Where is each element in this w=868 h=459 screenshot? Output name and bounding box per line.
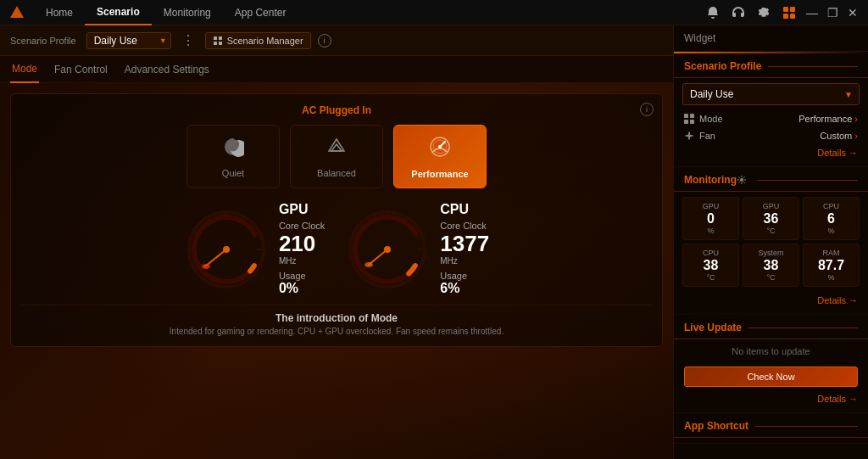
scenario-profile-select[interactable]: Daily Use bbox=[682, 83, 860, 105]
cpu-title: CPU bbox=[440, 202, 489, 217]
monitoring-section: Monitoring GPU 0 % GPU 36 °C C bbox=[674, 167, 868, 315]
gpu-usage-value: 0% bbox=[279, 281, 325, 296]
tab-advanced-settings[interactable]: Advanced Settings bbox=[123, 56, 211, 83]
profile-label: Scenario Profile bbox=[10, 36, 76, 46]
svg-rect-47 bbox=[690, 114, 694, 118]
tab-fan-control[interactable]: Fan Control bbox=[53, 56, 109, 83]
more-options-button[interactable]: ⋮ bbox=[178, 32, 198, 48]
gauges-section: GPU Core Clock 210 MHz Usage 0% bbox=[21, 202, 652, 296]
panel-info-icon[interactable]: i bbox=[640, 103, 654, 116]
close-button[interactable]: ✕ bbox=[846, 6, 860, 20]
svg-point-45 bbox=[364, 262, 373, 267]
gpu-usage-label: Usage bbox=[279, 271, 325, 281]
scenario-profile-select-wrapper: Daily Use ▼ bbox=[674, 78, 868, 110]
scenario-profile-section: Scenario Profile Daily Use ▼ Mode Perfor… bbox=[674, 53, 868, 167]
scenario-manager-icon bbox=[213, 36, 223, 46]
monitoring-details[interactable]: Details → bbox=[674, 292, 868, 309]
mode-card-balanced[interactable]: Balanced bbox=[290, 125, 383, 188]
live-update-section: Live Update No items to update Check Now… bbox=[674, 315, 868, 413]
mon-cell-cpu-temp-value: 38 bbox=[704, 257, 719, 273]
mode-desc-title: The introduction of Mode bbox=[21, 312, 652, 324]
cpu-info: CPU Core Clock 1377 MHz Usage 6% bbox=[440, 202, 489, 296]
info-icon[interactable]: i bbox=[318, 34, 331, 48]
svg-rect-4 bbox=[214, 36, 217, 40]
cpu-clock-unit: MHz bbox=[440, 256, 489, 266]
svg-rect-7 bbox=[219, 42, 222, 45]
tab-monitoring[interactable]: Monitoring bbox=[152, 0, 223, 25]
cpu-clock-value: 1377 bbox=[440, 232, 489, 255]
scenario-profile-title: Scenario Profile bbox=[674, 53, 868, 78]
headset-icon[interactable] bbox=[729, 3, 748, 22]
tab-scenario[interactable]: Scenario bbox=[85, 0, 152, 25]
monitoring-title: Monitoring bbox=[674, 167, 868, 192]
svg-rect-3 bbox=[790, 14, 795, 19]
layout-icon[interactable] bbox=[780, 3, 798, 22]
mon-cell-gpu-temp-value: 36 bbox=[764, 210, 779, 227]
svg-rect-48 bbox=[684, 120, 688, 124]
mode-row-value: Performance › bbox=[798, 114, 858, 124]
right-panel: Widget Scenario Profile Daily Use ▼ Mode… bbox=[673, 25, 868, 459]
cpu-usage-value: 6% bbox=[440, 281, 489, 296]
mon-cell-gpu-usage: GPU 0 % bbox=[682, 197, 739, 240]
svg-rect-1 bbox=[790, 7, 795, 12]
app-shortcut-section: App Shortcut bbox=[674, 413, 868, 444]
live-update-content: No items to update bbox=[674, 339, 868, 363]
tab-home[interactable]: Home bbox=[34, 0, 85, 25]
mode-card-performance[interactable]: Performance bbox=[393, 125, 487, 188]
mon-cell-ram-unit: % bbox=[827, 273, 834, 282]
mon-cell-cpu-usage-unit: % bbox=[827, 227, 834, 235]
fan-row-value: Custom › bbox=[820, 131, 858, 141]
nav-tabs: Home Scenario Monitoring App Center bbox=[34, 0, 298, 25]
tab-app-center[interactable]: App Center bbox=[223, 0, 298, 25]
ac-plugged-label: AC Plugged In bbox=[21, 104, 652, 116]
mon-cell-cpu-temp-label: CPU bbox=[703, 249, 719, 257]
tab-mode[interactable]: Mode bbox=[10, 56, 39, 83]
mode-row-icon bbox=[684, 114, 694, 124]
svg-line-26 bbox=[205, 249, 226, 266]
check-now-button[interactable]: Check Now bbox=[684, 367, 858, 387]
mon-cell-cpu-usage-label: CPU bbox=[823, 202, 839, 210]
cpu-usage-label: Usage bbox=[440, 271, 489, 281]
scenario-details[interactable]: Details → bbox=[674, 144, 868, 161]
widget-header: Widget bbox=[674, 25, 868, 52]
minimize-button[interactable]: — bbox=[805, 6, 819, 20]
performance-icon bbox=[428, 135, 452, 164]
mon-cell-gpu-usage-unit: % bbox=[707, 227, 714, 235]
mon-cell-cpu-usage: CPU 6 % bbox=[803, 197, 860, 240]
mon-cell-sys-temp-label: System bbox=[758, 249, 783, 257]
gpu-gauge-group: GPU Core Clock 210 MHz Usage 0% bbox=[184, 202, 325, 296]
mode-card-quiet[interactable]: Quiet bbox=[186, 125, 280, 188]
gpu-clock-value: 210 bbox=[279, 232, 325, 255]
mon-cell-ram: RAM 87.7 % bbox=[803, 243, 860, 287]
main-layout: Scenario Profile Daily Use ▼ ⋮ Scenario … bbox=[0, 25, 868, 459]
gpu-clock-label: Core Clock bbox=[279, 221, 325, 231]
svg-point-27 bbox=[223, 246, 230, 253]
performance-label: Performance bbox=[411, 169, 468, 179]
svg-rect-6 bbox=[214, 42, 217, 45]
mon-cell-gpu-usage-label: GPU bbox=[703, 202, 720, 210]
profile-select-wrapper: Daily Use ▼ bbox=[86, 32, 171, 49]
cpu-clock-label: Core Clock bbox=[440, 221, 489, 231]
live-update-title: Live Update bbox=[674, 315, 868, 339]
svg-rect-0 bbox=[783, 7, 788, 12]
scenario-manager-button[interactable]: Scenario Manager bbox=[205, 32, 311, 49]
toolbar: Scenario Profile Daily Use ▼ ⋮ Scenario … bbox=[0, 25, 673, 56]
mon-cell-cpu-usage-value: 6 bbox=[827, 210, 835, 227]
mon-cell-cpu-temp: CPU 38 °C bbox=[682, 243, 739, 287]
mode-row-label: Mode bbox=[684, 114, 723, 124]
mon-cell-ram-label: RAM bbox=[823, 249, 840, 257]
app-shortcut-title: App Shortcut bbox=[674, 413, 868, 438]
restore-button[interactable]: ❐ bbox=[826, 6, 839, 20]
mon-cell-ram-value: 87.7 bbox=[818, 257, 844, 273]
live-update-details[interactable]: Details → bbox=[674, 390, 868, 407]
cpu-gauge bbox=[345, 207, 430, 292]
profile-select[interactable]: Daily Use bbox=[86, 32, 171, 49]
mode-panel: AC Plugged In i Quiet bbox=[10, 93, 663, 347]
mon-cell-gpu-temp: GPU 36 °C bbox=[743, 197, 799, 240]
gpu-clock-unit: MHz bbox=[279, 256, 325, 266]
settings-icon[interactable] bbox=[754, 3, 773, 22]
notifications-icon[interactable] bbox=[704, 3, 722, 22]
quiet-icon bbox=[222, 136, 244, 163]
monitoring-settings-icon[interactable] bbox=[737, 175, 747, 185]
balanced-label: Balanced bbox=[317, 168, 356, 178]
